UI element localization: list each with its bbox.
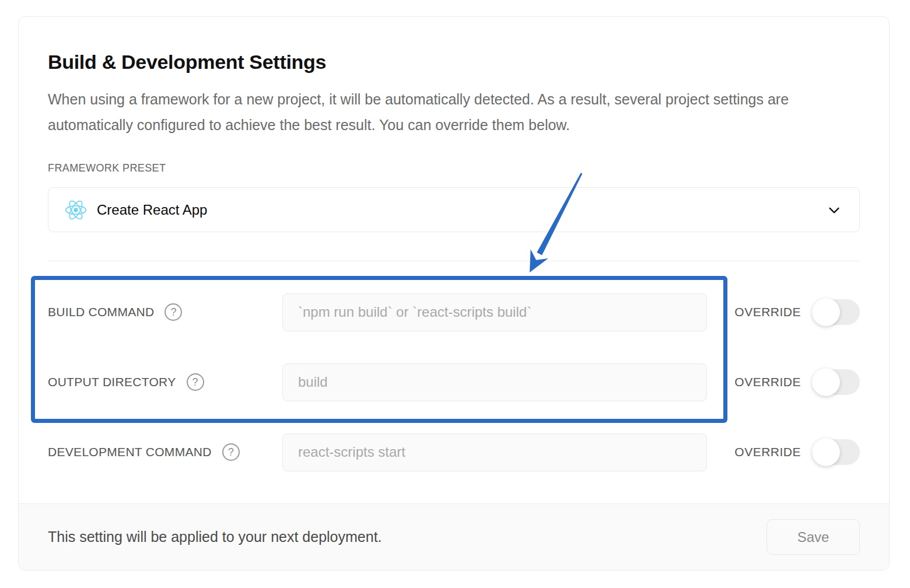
framework-preset-label: FRAMEWORK PRESET xyxy=(48,162,860,174)
build-command-label-group: BUILD COMMAND ? xyxy=(48,303,282,321)
page: Build & Development Settings When using … xyxy=(0,0,910,588)
build-command-row: BUILD COMMAND ? OVERRIDE xyxy=(48,277,860,347)
help-icon[interactable]: ? xyxy=(164,303,182,321)
react-logo-icon xyxy=(65,199,87,221)
toggle-knob xyxy=(812,438,840,466)
output-directory-label-group: OUTPUT DIRECTORY ? xyxy=(48,373,282,391)
framework-preset-select[interactable]: Create React App xyxy=(48,187,860,232)
development-command-label: DEVELOPMENT COMMAND xyxy=(48,445,212,459)
settings-rows: BUILD COMMAND ? OVERRIDE OUTPUT DIRECTOR… xyxy=(48,277,860,487)
card-footer: This setting will be applied to your nex… xyxy=(19,503,889,570)
toggle-knob xyxy=(812,368,840,396)
override-label: OVERRIDE xyxy=(734,445,801,459)
development-command-input[interactable] xyxy=(282,433,707,471)
build-command-input[interactable] xyxy=(282,293,707,331)
override-label: OVERRIDE xyxy=(734,375,801,389)
settings-description: When using a framework for a new project… xyxy=(48,86,853,138)
framework-preset-value: Create React App xyxy=(97,202,207,218)
output-directory-input[interactable] xyxy=(282,363,707,401)
output-directory-override-toggle[interactable] xyxy=(813,369,860,395)
build-command-override-toggle[interactable] xyxy=(813,299,860,325)
chevron-down-icon xyxy=(825,201,843,219)
card-body: Build & Development Settings When using … xyxy=(19,17,889,487)
build-command-label: BUILD COMMAND xyxy=(48,305,154,319)
development-command-override-toggle[interactable] xyxy=(813,439,860,465)
build-command-override-group: OVERRIDE xyxy=(734,299,860,325)
footer-note: This setting will be applied to your nex… xyxy=(48,528,382,545)
override-label: OVERRIDE xyxy=(734,305,801,319)
development-command-override-group: OVERRIDE xyxy=(734,439,860,465)
development-command-label-group: DEVELOPMENT COMMAND ? xyxy=(48,443,282,461)
output-directory-row: OUTPUT DIRECTORY ? OVERRIDE xyxy=(48,347,860,417)
settings-card: Build & Development Settings When using … xyxy=(18,16,890,570)
section-divider xyxy=(48,261,860,261)
output-directory-label: OUTPUT DIRECTORY xyxy=(48,375,176,389)
output-directory-override-group: OVERRIDE xyxy=(734,369,860,395)
page-title: Build & Development Settings xyxy=(48,51,860,74)
save-button[interactable]: Save xyxy=(766,519,860,555)
toggle-knob xyxy=(812,298,840,326)
development-command-row: DEVELOPMENT COMMAND ? OVERRIDE xyxy=(48,417,860,487)
help-icon[interactable]: ? xyxy=(187,373,204,391)
help-icon[interactable]: ? xyxy=(222,443,240,461)
